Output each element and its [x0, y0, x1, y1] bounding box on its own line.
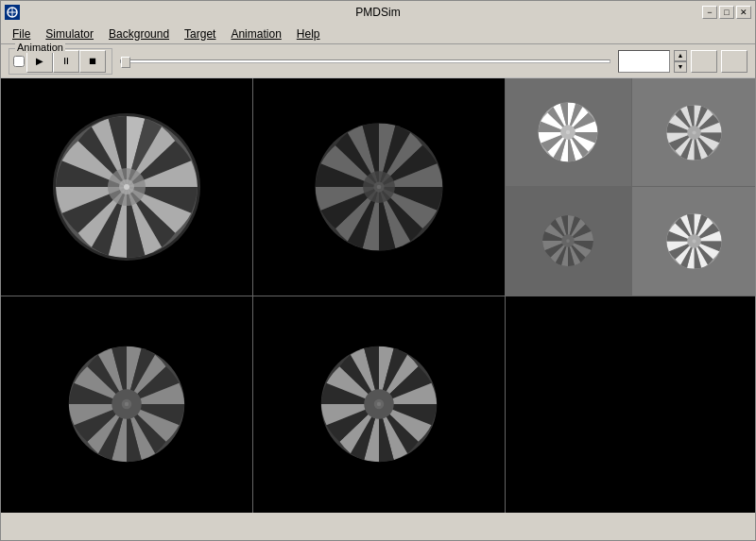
wheel-bottom-middle	[313, 338, 445, 470]
svg-point-40	[377, 402, 381, 406]
wheel-tr-tr	[663, 102, 725, 163]
animation-label: Animation	[15, 42, 65, 53]
panel-tr-br	[632, 187, 757, 295]
panel-bottom-right	[506, 296, 756, 514]
menu-background[interactable]: Background	[101, 25, 177, 42]
svg-point-30	[693, 239, 696, 243]
panel-top-middle	[253, 78, 505, 296]
panel-bottom-left	[1, 296, 252, 514]
maximize-button[interactable]: □	[719, 6, 734, 19]
menu-simulator[interactable]: Simulator	[38, 25, 101, 42]
svg-point-26	[566, 240, 570, 244]
animation-slider-container	[116, 52, 614, 71]
spin-up-button[interactable]: ▲	[674, 50, 687, 61]
extra-button-1[interactable]	[691, 50, 717, 73]
wheel-tr-br	[663, 211, 725, 272]
animation-value-input[interactable]: 0.000	[618, 50, 670, 73]
spinner-buttons: ▲ ▼	[674, 50, 687, 73]
animation-bar: Animation ▶ ⏸ ⏹ 0.000 ▲ ▼	[1, 44, 755, 78]
panel-top-left: // We'll just draw many thin triangular …	[1, 78, 252, 296]
app-icon	[5, 5, 20, 20]
window-title: PMDSim	[355, 6, 400, 19]
wheel-tr-bl	[540, 212, 596, 269]
panel-tr-bl	[506, 187, 631, 295]
svg-point-35	[125, 402, 129, 406]
play-button[interactable]: ▶	[26, 50, 53, 73]
menu-help[interactable]: Help	[289, 25, 328, 42]
title-bar-left	[5, 5, 20, 20]
svg-point-22	[693, 130, 696, 134]
extra-button-2[interactable]	[721, 50, 747, 73]
minimize-button[interactable]: −	[702, 6, 717, 19]
animation-slider[interactable]	[120, 59, 610, 63]
spin-down-button[interactable]: ▼	[674, 61, 687, 73]
svg-point-18	[566, 130, 570, 134]
stop-button[interactable]: ⏹	[79, 50, 106, 73]
panel-tr-tr	[632, 78, 757, 186]
menu-animation[interactable]: Animation	[223, 25, 288, 42]
pause-button[interactable]: ⏸	[53, 50, 79, 73]
svg-point-9	[124, 184, 129, 190]
panel-bottom-middle	[253, 296, 505, 514]
menu-file[interactable]: File	[5, 25, 38, 42]
title-bar-buttons: − □ ✕	[702, 6, 751, 19]
svg-point-14	[377, 184, 382, 189]
animation-group: Animation ▶ ⏸ ⏹	[9, 48, 112, 75]
wheel-top-middle	[308, 116, 450, 258]
wheel-top-left: // We'll just draw many thin triangular …	[51, 111, 202, 262]
animation-checkbox[interactable]	[13, 56, 25, 67]
canvas-area: // We'll just draw many thin triangular …	[1, 78, 756, 513]
close-button[interactable]: ✕	[736, 6, 751, 19]
wheel-tr-tl	[535, 99, 601, 165]
wheel-bottom-left	[60, 338, 193, 470]
panel-top-right-grid	[506, 78, 756, 296]
menu-bar: File Simulator Background Target Animati…	[1, 24, 755, 44]
panel-tr-tl	[506, 78, 631, 186]
slider-thumb	[121, 57, 130, 68]
title-bar: PMDSim − □ ✕	[1, 1, 755, 24]
menu-target[interactable]: Target	[177, 25, 223, 42]
